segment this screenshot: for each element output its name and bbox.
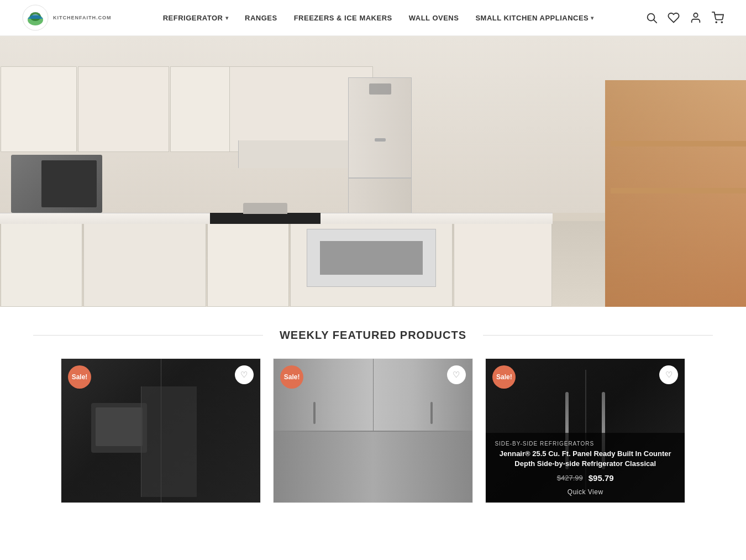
product-card-2[interactable]: Sale! ♡ (273, 358, 473, 503)
header: KITCHENFAITH.COM REFRIGERATOR ▾ RANGES F… (0, 0, 746, 36)
svg-line-4 (654, 20, 656, 23)
main-nav: REFRIGERATOR ▾ RANGES FREEZERS & ICE MAK… (112, 14, 646, 22)
lower-cabinet (83, 223, 206, 307)
faucet (243, 203, 287, 214)
oven-door (307, 229, 436, 287)
product-name-3: Jennair® 25.5 Cu. Ft. Panel Ready Built … (495, 449, 676, 469)
nav-item-refrigerator[interactable]: REFRIGERATOR ▾ (163, 14, 228, 22)
sale-badge-1: Sale! (68, 365, 91, 389)
door-opening (605, 80, 746, 307)
product-overlay-3: SIDE-BY-SIDE REFRIGERATORS Jennair® 25.5… (486, 433, 685, 503)
lower-cabinet (454, 223, 552, 307)
chevron-down-icon-2: ▾ (591, 15, 594, 21)
cabinet-unit (1, 66, 77, 152)
product-image-2: Sale! ♡ (274, 359, 472, 503)
hero-banner (0, 36, 746, 307)
wishlist-icon[interactable] (668, 12, 680, 24)
section-title: WEEKLY FEATURED PRODUCTS (263, 329, 483, 342)
dispenser (91, 403, 147, 453)
cabinet-unit (78, 66, 169, 152)
search-icon[interactable] (645, 12, 658, 24)
header-icons (645, 12, 724, 24)
logo-text[interactable]: KITCHENFAITH.COM (53, 15, 112, 20)
door-shelf-1 (611, 141, 746, 146)
door-shelf-2 (611, 188, 746, 193)
lower-cabinet (290, 223, 453, 307)
freezer-drawer (274, 431, 472, 503)
product-image-1: Sale! ♡ (61, 359, 260, 503)
svg-point-7 (721, 22, 722, 23)
upper-cabinets-left (0, 66, 232, 152)
wishlist-button-3[interactable]: ♡ (659, 365, 678, 384)
divider-right (483, 335, 713, 336)
fridge-handle (375, 138, 386, 142)
nav-item-ranges[interactable]: RANGES (245, 14, 277, 22)
price-new-3: $95.79 (589, 473, 614, 483)
fridge-top-door (349, 78, 411, 179)
wishlist-button-2[interactable]: ♡ (447, 365, 466, 384)
dispenser-screen (96, 407, 143, 446)
products-row: Sale! ♡ Sale! ♡ (0, 358, 746, 503)
microwave-screen (41, 160, 97, 207)
microwave (11, 155, 102, 213)
product-card-1[interactable]: Sale! ♡ (61, 358, 261, 503)
nav-item-wall-ovens[interactable]: WALL OVENS (409, 14, 459, 22)
featured-section: WEEKLY FEATURED PRODUCTS (0, 307, 746, 358)
lower-cabinet (207, 223, 289, 307)
oven-window (320, 241, 423, 275)
lower-cabinets (0, 223, 553, 307)
divider-left (33, 335, 263, 336)
handle-right (430, 402, 433, 424)
product-category-3: SIDE-BY-SIDE REFRIGERATORS (495, 441, 676, 447)
product-bg-1 (61, 359, 260, 503)
product-bg-2 (274, 359, 472, 503)
logo-area[interactable]: KITCHENFAITH.COM (22, 4, 112, 31)
product-card-3[interactable]: Sale! ♡ SIDE-BY-SIDE REFRIGERATORS Jenna… (485, 358, 685, 503)
range-hood (238, 140, 364, 168)
product-image-3: Sale! ♡ SIDE-BY-SIDE REFRIGERATORS Jenna… (486, 359, 685, 503)
svg-point-5 (694, 13, 697, 17)
handle-left (313, 402, 316, 424)
door-inner (605, 80, 746, 307)
hero-image (0, 36, 746, 307)
price-old-3: $427.99 (557, 474, 583, 482)
quick-view-button-3[interactable]: Quick View (495, 487, 676, 497)
wishlist-button-1[interactable]: ♡ (235, 365, 254, 384)
lower-cabinet (1, 223, 82, 307)
cart-icon[interactable] (712, 12, 724, 24)
nav-item-small-appliances[interactable]: SMALL KITCHEN APPLIANCES ▾ (475, 14, 593, 22)
fridge-display (369, 83, 391, 95)
sale-badge-2: Sale! (280, 365, 303, 389)
stovetop (210, 213, 321, 224)
cabinet-unit (170, 66, 232, 152)
french-door-divider (373, 359, 374, 431)
fridge-divider (161, 359, 161, 503)
nav-item-freezers[interactable]: FREEZERS & ICE MAKERS (294, 14, 392, 22)
svg-point-6 (716, 22, 717, 23)
logo-icon (22, 4, 49, 31)
chevron-down-icon: ▾ (225, 15, 229, 21)
product-price-row-3: $427.99 $95.79 (495, 473, 676, 483)
account-icon[interactable] (690, 12, 702, 24)
